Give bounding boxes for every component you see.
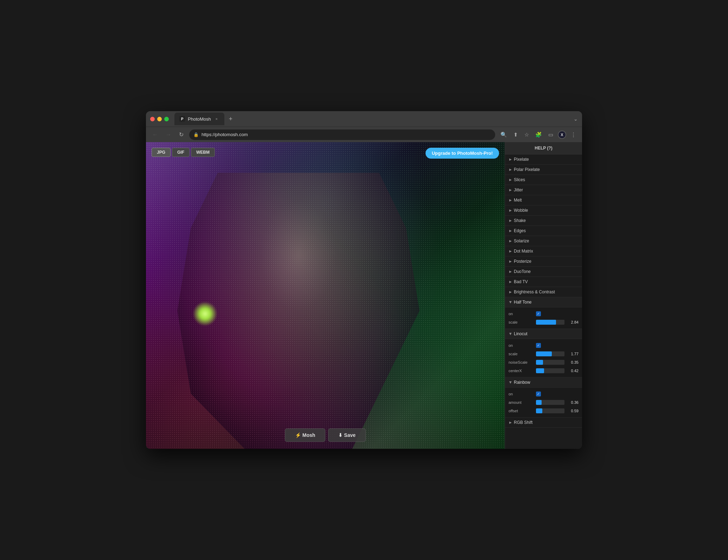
- sidebar-item-edges[interactable]: ▶ Edges: [505, 226, 582, 236]
- minimize-button[interactable]: [157, 117, 162, 121]
- forward-button[interactable]: →: [164, 130, 173, 139]
- effect-label: Wobble: [514, 208, 528, 213]
- reader-view-icon[interactable]: ▭: [547, 131, 555, 139]
- arrow-icon: ▶: [509, 168, 512, 171]
- arrow-icon: ▶: [509, 280, 512, 284]
- mosh-button[interactable]: ⚡ Mosh: [285, 428, 325, 442]
- rainbow-on-checkbox[interactable]: [536, 392, 541, 396]
- arrow-icon: ▶: [509, 188, 512, 192]
- sidebar-item-jitter[interactable]: ▶ Jitter: [505, 185, 582, 195]
- effect-label: Rainbow: [514, 380, 530, 385]
- halftone-scale-fill: [536, 320, 556, 325]
- back-button[interactable]: ←: [150, 130, 160, 139]
- arrow-icon: ▶: [509, 219, 512, 222]
- rainbow-amount-label: amount: [509, 400, 533, 405]
- sidebar-item-pixelate[interactable]: ▶ Pixelate: [505, 154, 582, 165]
- rainbow-offset-fill: [536, 408, 542, 413]
- arrow-icon: ▶: [509, 270, 512, 273]
- rainbow-amount-slider[interactable]: [536, 400, 564, 405]
- sidebar-item-brightness-contrast[interactable]: ▶ Brightness & Contrast: [505, 287, 582, 297]
- nav-tools: 🔍 ⬆ ☆ 🧩 ▭ X ⋮: [499, 131, 578, 139]
- effect-label: Brightness & Contrast: [514, 289, 555, 294]
- sidebar-item-wobble[interactable]: ▶ Wobble: [505, 205, 582, 216]
- linocut-centerx-label: centerX: [509, 369, 533, 373]
- linocut-centerx-value: 0.42: [567, 369, 579, 373]
- linocut-on-checkbox[interactable]: [536, 343, 541, 348]
- linocut-on-label: on: [509, 343, 533, 348]
- effect-label: Jitter: [514, 187, 523, 192]
- sidebar-item-shake[interactable]: ▶ Shake: [505, 216, 582, 226]
- effect-label: Polar Pixelate: [514, 167, 540, 172]
- new-tab-button[interactable]: +: [226, 114, 236, 124]
- jpg-button[interactable]: JPG: [152, 148, 171, 157]
- sidebar-item-rgb-shift[interactable]: ▶ RGB Shift: [505, 418, 582, 428]
- linocut-scale-row: scale 1.77: [505, 350, 582, 358]
- sidebar-item-linocut[interactable]: ▶ Linocut: [505, 329, 582, 339]
- linocut-scale-label: scale: [509, 352, 533, 356]
- profile-button[interactable]: X: [558, 131, 566, 139]
- linocut-centerx-slider[interactable]: [536, 368, 564, 373]
- arrow-icon: ▶: [509, 229, 512, 233]
- arrow-icon: ▶: [509, 290, 512, 294]
- linocut-noisescale-row: noiseScale 0.35: [505, 358, 582, 367]
- linocut-noisescale-value: 0.35: [567, 360, 579, 364]
- share-icon[interactable]: ⬆: [512, 131, 520, 139]
- gif-button[interactable]: GIF: [172, 148, 190, 157]
- webm-button[interactable]: WEBM: [191, 148, 215, 157]
- arrow-icon: ▶: [509, 333, 512, 335]
- sidebar-item-melt[interactable]: ▶ Melt: [505, 195, 582, 205]
- halftone-scale-row: scale 2.84: [505, 318, 582, 326]
- action-buttons: ⚡ Mosh ⬇ Save: [285, 428, 366, 442]
- effect-label: Pixelate: [514, 157, 529, 162]
- upgrade-button[interactable]: Upgrade to PhotoMosh-Pro!: [426, 148, 499, 159]
- sidebar-item-slices[interactable]: ▶ Slices: [505, 175, 582, 185]
- sidebar-item-solarize[interactable]: ▶ Solarize: [505, 236, 582, 246]
- arrow-icon: ▶: [509, 249, 512, 253]
- url-input[interactable]: [202, 132, 491, 137]
- main-content: JPG GIF WEBM Upgrade to PhotoMosh-Pro! ⚡…: [146, 142, 582, 449]
- close-button[interactable]: [150, 117, 155, 121]
- title-bar: P PhotoMosh × + ⌄: [146, 111, 582, 127]
- halftone-on-checkbox[interactable]: [536, 311, 541, 316]
- bookmark-icon[interactable]: ☆: [523, 131, 531, 139]
- canvas-area: JPG GIF WEBM Upgrade to PhotoMosh-Pro! ⚡…: [146, 142, 505, 449]
- tab-close-button[interactable]: ×: [214, 116, 219, 122]
- sidebar-item-dot-matrix[interactable]: ▶ Dot Matrix: [505, 246, 582, 256]
- linocut-noisescale-slider[interactable]: [536, 360, 564, 365]
- search-icon[interactable]: 🔍: [499, 131, 509, 139]
- sidebar-item-polar-pixelate[interactable]: ▶ Polar Pixelate: [505, 165, 582, 175]
- rainbow-amount-fill: [536, 400, 542, 405]
- tab-bar: P PhotoMosh × + ⌄: [174, 113, 578, 125]
- browser-window: P PhotoMosh × + ⌄ ← → ↻ 🔒 🔍 ⬆ ☆ 🧩 ▭ X ⋮: [146, 111, 582, 449]
- effect-label: Edges: [514, 228, 526, 233]
- sidebar-item-half-tone[interactable]: ▶ Half Tone: [505, 297, 582, 307]
- maximize-button[interactable]: [164, 117, 169, 121]
- effect-label: Solarize: [514, 238, 529, 243]
- sidebar-item-bad-tv[interactable]: ▶ Bad TV: [505, 277, 582, 287]
- address-bar[interactable]: 🔒: [189, 129, 495, 140]
- sidebar-item-rainbow[interactable]: ▶ Rainbow: [505, 377, 582, 388]
- halftone-scale-slider[interactable]: [536, 320, 564, 325]
- linocut-controls: on scale 1.77 noiseScale: [505, 339, 582, 377]
- linocut-scale-slider[interactable]: [536, 351, 564, 356]
- save-button[interactable]: ⬇ Save: [328, 428, 366, 442]
- sidebar-item-posterize[interactable]: ▶ Posterize: [505, 256, 582, 267]
- sidebar-item-duotone[interactable]: ▶ DuoTone: [505, 267, 582, 277]
- arrow-icon: ▶: [509, 239, 512, 243]
- sidebar-content[interactable]: ▶ Pixelate ▶ Polar Pixelate ▶ Slices ▶ J…: [505, 154, 582, 449]
- linocut-noisescale-label: noiseScale: [509, 360, 533, 364]
- nav-bar: ← → ↻ 🔒 🔍 ⬆ ☆ 🧩 ▭ X ⋮: [146, 127, 582, 142]
- halftone-on-row: on: [505, 310, 582, 318]
- more-tabs-button[interactable]: ⌄: [574, 116, 578, 122]
- color-tone: [146, 142, 505, 449]
- rainbow-offset-label: offset: [509, 409, 533, 413]
- refresh-button[interactable]: ↻: [177, 130, 186, 139]
- rainbow-offset-slider[interactable]: [536, 408, 564, 413]
- active-tab[interactable]: P PhotoMosh ×: [174, 113, 224, 125]
- menu-icon[interactable]: ⋮: [569, 131, 578, 139]
- linocut-scale-fill: [536, 351, 552, 356]
- linocut-on-row: on: [505, 341, 582, 350]
- extensions-icon[interactable]: 🧩: [534, 131, 544, 139]
- arrow-icon: ▶: [509, 158, 512, 161]
- half-tone-controls: on scale 2.84: [505, 307, 582, 329]
